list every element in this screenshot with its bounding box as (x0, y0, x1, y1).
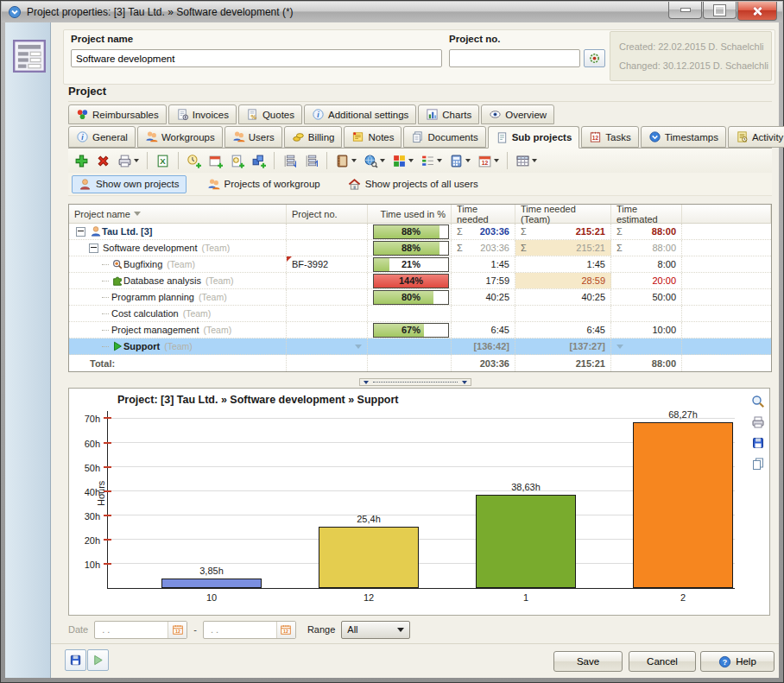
properties-form-icon[interactable] (13, 40, 46, 81)
project-name-input[interactable] (71, 49, 442, 67)
expand-box[interactable] (76, 227, 85, 237)
tab-invoices[interactable]: Invoices (168, 104, 237, 124)
titlebar[interactable]: Project properties: [3] Tau Ltd. » Softw… (2, 2, 782, 22)
date-from-calendar-button[interactable]: 12 (168, 622, 187, 638)
minimize-button[interactable] (668, 2, 702, 19)
chevron-down-icon[interactable] (494, 159, 499, 162)
generate-number-button[interactable] (584, 49, 605, 67)
chevron-down-icon[interactable] (408, 159, 414, 162)
toolbar-add-button[interactable] (72, 152, 92, 170)
chart-bar-2[interactable] (633, 422, 733, 588)
table-row-bugfixing[interactable]: Bugfixing(Team)BF-399221%1:451:458:00 (69, 256, 771, 273)
tab-general[interactable]: iGeneral (68, 126, 136, 148)
quotes-icon: % (246, 108, 259, 121)
help-button[interactable]: ? Help (700, 651, 775, 672)
table-row-project-management[interactable]: Project management(Team)67%6:456:4510:00 (69, 322, 771, 338)
copy-chart-button[interactable] (751, 457, 765, 471)
print-chart-button[interactable] (751, 415, 765, 429)
range-select[interactable]: All (341, 621, 410, 639)
toolbar-cubes-add-button[interactable] (249, 152, 269, 170)
cell-project-no (287, 338, 368, 354)
sort-descending-icon[interactable] (134, 212, 141, 216)
chevron-down-icon[interactable] (616, 345, 623, 349)
view-switch-row: Show own projectsProjects of workgroupSh… (68, 173, 772, 196)
chevron-down-icon[interactable] (465, 159, 471, 162)
expand-box[interactable] (89, 243, 98, 253)
tab-charts[interactable]: Charts (418, 104, 479, 124)
toolbar-delete-button[interactable] (93, 152, 113, 170)
column-header-project-name[interactable]: Project name (69, 205, 287, 223)
tab-users[interactable]: Users (224, 126, 282, 148)
table-row-database-analysis[interactable]: Database analysis(Team)144%17:5928:5920:… (69, 273, 771, 289)
tab-documents[interactable]: Documents (403, 126, 485, 148)
toolbar-calculator-button[interactable] (446, 152, 473, 170)
table-row-cost-calculation[interactable]: Cost calculation(Team) (69, 306, 771, 322)
tab-overview[interactable]: Overview (481, 104, 554, 124)
toolbar-calendar12-button[interactable]: 12 (475, 152, 502, 170)
table-row-tau-ltd-3[interactable]: Tau Ltd. [3]88%Σ203:36Σ215:21Σ88:00 (69, 224, 771, 240)
maximize-button[interactable] (703, 2, 737, 19)
toolbar-print-button[interactable] (115, 152, 142, 170)
zoom-chart-button[interactable] (751, 395, 765, 408)
quick-save-button[interactable] (65, 649, 86, 671)
date-to-input[interactable]: . . 12 (203, 621, 296, 639)
view-projects-of-workgroup[interactable]: Projects of workgroup (200, 175, 327, 193)
column-header-project-no[interactable]: Project no. (287, 205, 368, 223)
toolbar-calendar-add-button[interactable] (205, 152, 225, 170)
save-chart-button[interactable] (751, 436, 765, 450)
view-show-projects-of-all-users[interactable]: Show projects of all users (341, 175, 485, 193)
table-total-row: Total:203:36215:2188:00 (69, 355, 771, 371)
toolbar-globe-search-button[interactable] (361, 152, 388, 170)
table-row-software-development[interactable]: Software development(Team)88%Σ203:36Σ215… (69, 240, 771, 256)
column-header-time-needed-team[interactable]: Time needed (Team) (515, 205, 611, 223)
chevron-down-icon[interactable] (437, 159, 442, 162)
column-header-time-needed[interactable]: Time needed (452, 205, 515, 223)
tab-workgroups[interactable]: Workgroups (137, 126, 223, 148)
cancel-button[interactable]: Cancel (629, 651, 696, 672)
project-no-input[interactable] (449, 49, 580, 67)
chevron-down-icon[interactable] (355, 345, 362, 349)
table-row-programm-planning[interactable]: Programm planning(Team)80%40:2540:2550:0… (69, 289, 771, 306)
cell-time-needed-team: Σ215:21 (515, 240, 611, 256)
tab-activity-report[interactable]: Activity Report (728, 126, 784, 148)
tab-additional-settings[interactable]: iAdditional settings (304, 104, 416, 124)
tab-timestamps[interactable]: Timestamps (641, 126, 726, 148)
toolbar-clock-add-button[interactable] (184, 152, 204, 170)
view-show-own-projects[interactable]: Show own projects (72, 175, 187, 193)
tab-sub-projects[interactable]: Sub projects (488, 126, 580, 149)
date-from-input[interactable]: . . 12 (94, 621, 187, 639)
save-button[interactable]: Save (553, 651, 623, 672)
chevron-down-icon[interactable] (532, 159, 537, 162)
column-header-time-estimated[interactable]: Time estimated (611, 205, 682, 223)
chevron-down-icon[interactable] (351, 159, 357, 162)
cell-time-estimated: Σ88:00 (611, 224, 682, 239)
tab-billing[interactable]: Billing (284, 126, 343, 148)
tree-connector (102, 330, 109, 331)
chevron-down-icon[interactable] (380, 159, 385, 162)
date-to-calendar-button[interactable]: 12 (276, 622, 295, 638)
toolbar-grid-table-button[interactable] (513, 152, 540, 170)
tab-tasks[interactable]: 12Tasks (581, 126, 638, 148)
chevron-down-icon[interactable] (134, 159, 139, 162)
chart-bar-12[interactable] (319, 527, 419, 588)
column-header-time-used-in[interactable]: Time used in % (368, 205, 452, 223)
time-value: 1:45 (491, 259, 509, 269)
close-button[interactable] (737, 2, 777, 21)
toolbar-doc-clock-add-button[interactable] (227, 152, 247, 170)
tab-quotes[interactable]: %Quotes (238, 104, 302, 124)
table-row-support[interactable]: Support(Team)[136:42][137:27] (69, 338, 771, 355)
chart-bar-10[interactable] (161, 579, 262, 588)
tab-notes[interactable]: Notes (344, 126, 401, 148)
toolbar-tree-expand-button[interactable] (280, 152, 300, 170)
toolbar-tree-collapse-button[interactable] (301, 152, 321, 170)
start-timer-button[interactable] (87, 649, 109, 671)
toolbar-excel-button[interactable]: X (153, 152, 173, 170)
toolbar-color-squares-button[interactable] (389, 152, 416, 170)
toolbar-addressbook-button[interactable] (332, 152, 359, 170)
group-icon (232, 130, 245, 143)
tree-connector (102, 313, 109, 314)
splitter-handle[interactable] (359, 378, 471, 386)
chart-bar-1[interactable] (476, 495, 576, 588)
tab-reimbursables[interactable]: Reimbursables (68, 104, 167, 124)
toolbar-color-list-button[interactable] (418, 152, 445, 170)
